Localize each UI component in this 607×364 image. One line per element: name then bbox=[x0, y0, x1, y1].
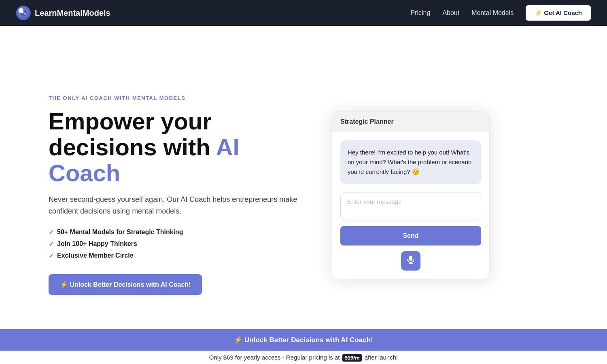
chat-widget: Strategic Planner Hey there! I'm excited… bbox=[332, 111, 490, 279]
svg-point-1 bbox=[21, 11, 23, 13]
brand-icon bbox=[16, 6, 31, 20]
hero-cta-button[interactable]: ⚡ Unlock Better Decisions with AI Coach! bbox=[49, 274, 202, 295]
check-icon-2: ✓ bbox=[49, 240, 54, 248]
main-content: THE ONLY AI COACH WITH MENTAL MODELS Emp… bbox=[0, 0, 607, 364]
feature-1: ✓ 50+ Mental Models for Strategic Thinki… bbox=[49, 229, 299, 236]
svg-rect-4 bbox=[409, 256, 412, 261]
chat-mic-area bbox=[340, 251, 481, 271]
navbar: LearnMentalModels Pricing About Mental M… bbox=[0, 0, 607, 26]
hero-title-plain: Empower your decisions with bbox=[49, 108, 216, 160]
hero-title: Empower your decisions with AI Coach bbox=[49, 108, 299, 186]
pricing-text-before: Only $69 for yearly access - Regular pri… bbox=[209, 354, 342, 361]
chat-body: Hey there! I'm excited to help you out! … bbox=[332, 132, 489, 279]
bottom-banner: ⚡ Unlock Better Decisions with AI Coach!… bbox=[0, 329, 607, 364]
chat-header: Strategic Planner bbox=[332, 112, 489, 132]
hero-left: THE ONLY AI COACH WITH MENTAL MODELS Emp… bbox=[49, 95, 299, 295]
chat-input-placeholder: Enter your message bbox=[347, 198, 401, 205]
hero-features: ✓ 50+ Mental Models for Strategic Thinki… bbox=[49, 229, 299, 260]
brand-logo[interactable]: LearnMentalModels bbox=[16, 6, 110, 20]
nav-cta-button[interactable]: ⚡ Get AI Coach bbox=[526, 5, 591, 21]
nav-pricing[interactable]: Pricing bbox=[410, 9, 430, 17]
nav-about[interactable]: About bbox=[442, 9, 459, 17]
chat-input-area: Enter your message bbox=[340, 192, 481, 220]
nav-mental-models[interactable]: Mental Models bbox=[471, 9, 514, 17]
pricing-text-after: after launch! bbox=[363, 354, 398, 361]
bottom-cta-button[interactable]: ⚡ Unlock Better Decisions with AI Coach! bbox=[0, 329, 607, 351]
chat-bubble: Hey there! I'm excited to help you out! … bbox=[340, 140, 481, 184]
brand-name: LearnMentalModels bbox=[35, 8, 110, 18]
check-icon-1: ✓ bbox=[49, 229, 54, 236]
feature-3: ✓ Exclusive Member Circle bbox=[49, 252, 299, 260]
feature-1-label: 50+ Mental Models for Strategic Thinking bbox=[57, 229, 183, 236]
microphone-icon bbox=[407, 255, 415, 266]
pricing-badge: $19/m bbox=[342, 354, 362, 362]
feature-2: ✓ Join 100+ Happy Thinkers bbox=[49, 240, 299, 248]
bottom-pricing-text: Only $69 for yearly access - Regular pri… bbox=[0, 351, 607, 364]
feature-2-label: Join 100+ Happy Thinkers bbox=[57, 240, 137, 248]
feature-3-label: Exclusive Member Circle bbox=[57, 252, 134, 259]
hero-description: Never second-guess yourself again. Our A… bbox=[49, 194, 299, 217]
hero-tag: THE ONLY AI COACH WITH MENTAL MODELS bbox=[49, 95, 299, 101]
chat-mic-button[interactable] bbox=[401, 251, 420, 271]
nav-links: Pricing About Mental Models ⚡ Get AI Coa… bbox=[410, 5, 591, 21]
check-icon-3: ✓ bbox=[49, 252, 54, 260]
chat-send-button[interactable]: Send bbox=[340, 226, 481, 245]
hero-section: THE ONLY AI COACH WITH MENTAL MODELS Emp… bbox=[0, 26, 607, 364]
